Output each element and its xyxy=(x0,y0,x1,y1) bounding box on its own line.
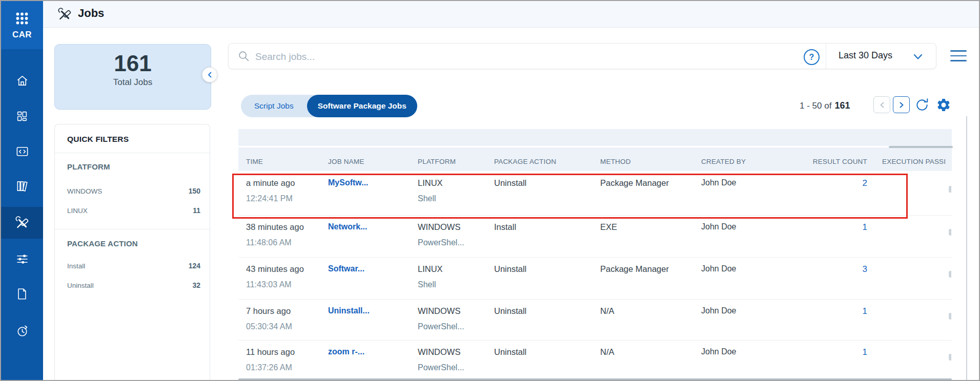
table-row[interactable]: 7 hours ago 05:30:34 AM Uninstall... WIN… xyxy=(238,299,952,341)
column-header-platform[interactable]: PLATFORM xyxy=(418,158,456,165)
refresh-button[interactable] xyxy=(914,97,930,113)
job-name-link[interactable]: zoom r-... xyxy=(328,347,364,356)
method: N/A xyxy=(600,306,615,316)
table-row[interactable]: a minute ago 12:24:41 PM MySoftw... LINU… xyxy=(238,172,952,215)
time-ago: 38 minutes ago xyxy=(246,222,304,232)
time-ago: a minute ago xyxy=(246,178,295,188)
tab-software-package-jobs[interactable]: Software Package Jobs xyxy=(307,95,417,117)
help-glyph: ? xyxy=(809,53,814,62)
filter-count: 32 xyxy=(192,281,200,289)
package-action: Uninstall xyxy=(494,264,526,274)
search-icon xyxy=(237,50,251,63)
prev-page-button[interactable] xyxy=(873,96,890,113)
document-icon xyxy=(15,287,29,301)
collapse-panel-button[interactable] xyxy=(202,67,217,82)
clipped-cell-fragment xyxy=(949,354,951,361)
time-ago: 43 minutes ago xyxy=(246,264,304,274)
table-row[interactable]: 38 minutes ago 11:48:06 AM Network... WI… xyxy=(238,215,952,258)
created-by: John Doe xyxy=(701,222,737,231)
sidebar-item-dashboard[interactable] xyxy=(1,100,43,132)
sidebar-item-jobs[interactable] xyxy=(1,207,43,239)
chevron-down-icon xyxy=(913,53,923,60)
next-page-button[interactable] xyxy=(893,96,910,113)
column-header-result-count[interactable]: RESULT COUNT xyxy=(792,158,867,165)
total-jobs-card: 161 Total Jobs xyxy=(54,44,211,110)
filter-install[interactable]: Install 124 xyxy=(67,262,200,270)
horizontal-scrollbar[interactable] xyxy=(889,146,953,148)
time-stamp: 11:43:03 AM xyxy=(246,280,292,289)
column-header-time[interactable]: TIME xyxy=(246,158,263,165)
column-header-job-name[interactable]: JOB NAME xyxy=(328,158,364,165)
result-count-link[interactable]: 1 xyxy=(792,222,867,232)
jobs-tools-icon xyxy=(15,216,29,230)
page-title: Jobs xyxy=(78,7,104,20)
app-launcher[interactable]: CAR xyxy=(1,1,43,49)
filter-label: Uninstall xyxy=(67,282,94,289)
table-row[interactable]: 43 minutes ago 11:43:03 AM Softwar... LI… xyxy=(238,257,952,300)
result-count-link[interactable]: 2 xyxy=(792,178,867,188)
result-count-link[interactable]: 1 xyxy=(792,306,867,316)
help-icon[interactable]: ? xyxy=(804,49,820,65)
date-range-select[interactable]: Last 30 Days xyxy=(826,44,936,69)
filter-count: 11 xyxy=(193,206,200,215)
sidebar-item-scripts[interactable] xyxy=(1,135,43,167)
divider xyxy=(55,153,210,153)
filter-label: WINDOWS xyxy=(67,187,102,195)
grid-dots-icon xyxy=(14,11,30,26)
created-by: John Doe xyxy=(701,306,737,315)
job-name-link[interactable]: Network... xyxy=(328,222,367,231)
package-action: Uninstall xyxy=(494,347,526,357)
column-header-created-by[interactable]: CREATED BY xyxy=(701,158,746,165)
created-by: John Doe xyxy=(701,178,737,187)
search-toolbar: ? Last 30 Days xyxy=(228,43,936,69)
sidebar-item-settings[interactable] xyxy=(1,243,43,274)
quick-filters-title: QUICK FILTERS xyxy=(67,135,129,144)
app-window: CAR xyxy=(0,0,980,381)
chevron-right-icon xyxy=(899,101,905,109)
clipped-cell-fragment xyxy=(949,229,951,236)
logo-text: CAR xyxy=(12,30,32,40)
table-row[interactable]: 11 hours ago 01:37:26 AM zoom r-... WIND… xyxy=(238,340,952,381)
filter-label: LINUX xyxy=(67,207,88,215)
table-header: TIME JOB NAME PLATFORM PACKAGE ACTION ME… xyxy=(238,129,952,171)
menu-icon xyxy=(950,50,967,52)
result-count-link[interactable]: 3 xyxy=(792,264,867,274)
sidebar-item-home[interactable] xyxy=(1,65,43,96)
filter-label: Install xyxy=(67,262,85,270)
clipped-cell-fragment xyxy=(949,313,951,320)
search-input[interactable] xyxy=(254,44,794,70)
column-header-method[interactable]: METHOD xyxy=(600,158,631,165)
pagination-range: 1 - 50 of161 xyxy=(800,100,850,111)
platform: WINDOWS xyxy=(418,347,460,357)
shell-type: PowerShel... xyxy=(418,363,464,372)
filter-linux[interactable]: LINUX 11 xyxy=(67,206,200,215)
method: Package Manager xyxy=(600,264,669,274)
sidebar-item-documents[interactable] xyxy=(1,278,43,310)
package-action: Uninstall xyxy=(494,178,526,188)
menu-button[interactable] xyxy=(950,50,967,61)
job-name-link[interactable]: Softwar... xyxy=(328,264,364,273)
history-icon xyxy=(15,324,29,338)
sidebar-item-history[interactable] xyxy=(1,315,43,347)
job-name-link[interactable]: Uninstall... xyxy=(328,306,370,315)
bottom-scrollbar[interactable] xyxy=(238,378,952,380)
result-count-link[interactable]: 1 xyxy=(792,347,867,357)
created-by: John Doe xyxy=(701,264,737,273)
filter-section-package-action: PACKAGE ACTION xyxy=(67,239,138,248)
total-jobs-value: 161 xyxy=(55,52,211,75)
sidebar: CAR xyxy=(1,1,43,380)
app-bar: Jobs xyxy=(43,1,980,28)
divider xyxy=(238,146,952,147)
column-header-execution-passed[interactable]: EXECUTION PASSI xyxy=(882,158,946,165)
time-stamp: 01:37:26 AM xyxy=(246,363,292,372)
tab-script-jobs[interactable]: Script Jobs xyxy=(241,95,307,117)
sidebar-item-library[interactable] xyxy=(1,170,43,202)
vertical-scrollbar[interactable] xyxy=(966,116,967,381)
settings-gear-button[interactable] xyxy=(936,97,951,113)
job-name-link[interactable]: MySoftw... xyxy=(328,178,369,187)
filter-uninstall[interactable]: Uninstall 32 xyxy=(67,281,200,289)
home-icon xyxy=(15,74,29,88)
filter-windows[interactable]: WINDOWS 150 xyxy=(67,187,200,195)
pagination-range-text: 1 - 50 of xyxy=(800,101,831,111)
column-header-package-action[interactable]: PACKAGE ACTION xyxy=(494,158,556,165)
